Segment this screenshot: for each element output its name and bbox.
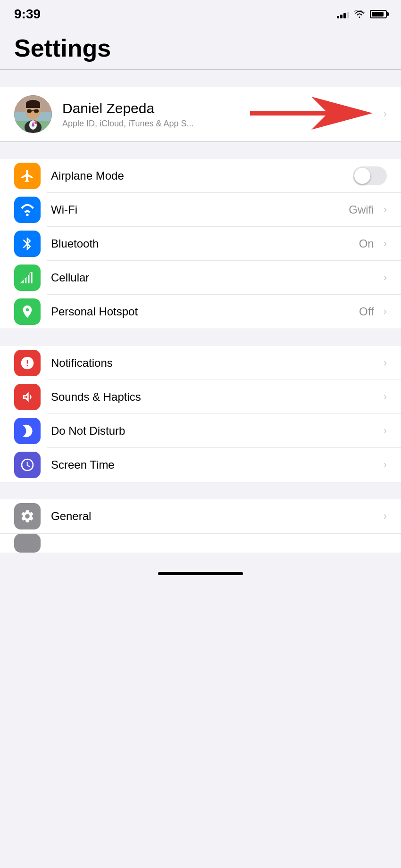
- settings-row-sounds[interactable]: Sounds & Haptics ›: [0, 380, 401, 414]
- svg-rect-8: [27, 109, 32, 113]
- screentime-icon-bg: [14, 452, 41, 478]
- home-indicator-area: [0, 553, 401, 581]
- screentime-chevron: ›: [384, 459, 387, 471]
- screentime-icon: [20, 457, 35, 472]
- cellular-icon: [20, 270, 35, 285]
- wifi-status-icon: [354, 10, 365, 18]
- wifi-label: Wi-Fi: [51, 203, 349, 216]
- donotdisturb-chevron: ›: [384, 425, 387, 437]
- svg-rect-9: [34, 109, 39, 113]
- moon-icon: [20, 423, 35, 438]
- donotdisturb-label: Do Not Disturb: [51, 424, 379, 438]
- general-icon-bg: [14, 503, 41, 529]
- general-label: General: [51, 510, 379, 523]
- cellular-chevron: ›: [384, 272, 387, 284]
- status-time: 9:39: [14, 7, 41, 22]
- bluetooth-icon-bg: [14, 231, 41, 257]
- hotspot-icon: [20, 304, 35, 319]
- page-title: Settings: [14, 35, 387, 62]
- home-indicator: [158, 572, 243, 575]
- cellular-label: Cellular: [51, 271, 379, 284]
- settings-row-cellular[interactable]: Cellular ›: [0, 261, 401, 295]
- hotspot-label: Personal Hotspot: [51, 305, 359, 318]
- wifi-chevron: ›: [384, 204, 387, 216]
- profile-chevron: ›: [384, 108, 387, 120]
- gap-4: [0, 482, 401, 499]
- bluetooth-label: Bluetooth: [51, 237, 359, 250]
- svg-rect-12: [26, 103, 40, 108]
- sounds-chevron: ›: [384, 391, 387, 403]
- profile-info: Daniel Zepeda Apple ID, iCloud, iTunes &…: [62, 100, 379, 129]
- notifications-icon: [20, 355, 35, 371]
- settings-row-wifi[interactable]: Wi-Fi Gwifi ›: [0, 193, 401, 227]
- gap-2: [0, 142, 401, 159]
- wifi-value: Gwifi: [349, 203, 374, 216]
- settings-row-notifications[interactable]: Notifications ›: [0, 346, 401, 380]
- hotspot-icon-bg: [14, 298, 41, 325]
- settings-row-airplane[interactable]: Airplane Mode: [0, 159, 401, 193]
- sounds-label: Sounds & Haptics: [51, 390, 379, 404]
- bluetooth-value: On: [359, 237, 374, 250]
- partial-icon-bg: [14, 534, 41, 553]
- profile-section: Daniel Zepeda Apple ID, iCloud, iTunes &…: [0, 87, 401, 141]
- airplane-toggle-knob: [354, 168, 370, 184]
- notifications-chevron: ›: [384, 357, 387, 369]
- battery-icon: [370, 10, 387, 18]
- signal-icon: [337, 10, 349, 18]
- settings-row-screentime[interactable]: Screen Time ›: [0, 448, 401, 482]
- screentime-label: Screen Time: [51, 458, 379, 471]
- notifications-icon-bg: [14, 350, 41, 376]
- svg-point-6: [34, 121, 37, 124]
- airplane-toggle[interactable]: [353, 166, 387, 185]
- profile-name: Daniel Zepeda: [62, 100, 379, 117]
- sounds-icon-bg: [14, 384, 41, 410]
- airplane-icon-bg: [14, 163, 41, 189]
- status-icons: [337, 10, 387, 18]
- avatar: [14, 95, 52, 133]
- settings-row-hotspot[interactable]: Personal Hotspot Off ›: [0, 295, 401, 329]
- network-section: Airplane Mode Wi-Fi Gwifi › Bluetooth On…: [0, 159, 401, 329]
- notifications-label: Notifications: [51, 356, 379, 370]
- cellular-icon-bg: [14, 265, 41, 291]
- wifi-settings-icon: [20, 202, 35, 217]
- settings-row-partial[interactable]: [0, 533, 401, 553]
- general-section: Notifications › Sounds & Haptics › Do No…: [0, 346, 401, 482]
- gap-1: [0, 70, 401, 87]
- settings-row-general[interactable]: General ›: [0, 499, 401, 533]
- gap-3: [0, 329, 401, 346]
- profile-subtitle: Apple ID, iCloud, iTunes & App S...: [62, 119, 379, 129]
- hotspot-chevron: ›: [384, 306, 387, 318]
- sounds-icon: [20, 389, 35, 405]
- donotdisturb-icon-bg: [14, 418, 41, 444]
- bluetooth-chevron: ›: [384, 238, 387, 250]
- bluetooth-icon: [20, 236, 35, 251]
- avatar-image: [14, 95, 52, 133]
- airplane-icon: [20, 168, 35, 183]
- wifi-icon-bg: [14, 197, 41, 223]
- airplane-label: Airplane Mode: [51, 169, 353, 182]
- bottom-section: General ›: [0, 499, 401, 553]
- profile-row[interactable]: Daniel Zepeda Apple ID, iCloud, iTunes &…: [0, 87, 401, 141]
- hotspot-value: Off: [359, 305, 374, 318]
- gear-icon: [20, 509, 35, 524]
- general-chevron: ›: [384, 510, 387, 522]
- status-bar: 9:39: [0, 0, 401, 25]
- settings-row-bluetooth[interactable]: Bluetooth On ›: [0, 227, 401, 261]
- settings-row-donotdisturb[interactable]: Do Not Disturb ›: [0, 414, 401, 448]
- page-title-container: Settings: [0, 25, 401, 69]
